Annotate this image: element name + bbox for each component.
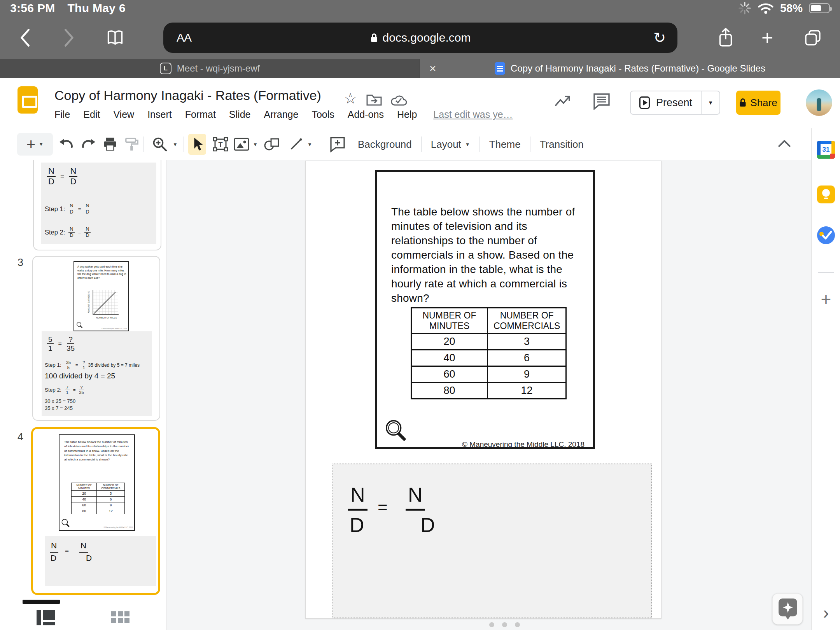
tab-overview-button[interactable] bbox=[803, 28, 822, 47]
print-button[interactable] bbox=[103, 137, 117, 152]
reload-button[interactable]: ↻ bbox=[653, 29, 666, 46]
insert-shape-button[interactable] bbox=[264, 137, 280, 152]
grid-view-button[interactable] bbox=[111, 611, 130, 624]
fraction-bar bbox=[348, 509, 368, 511]
theme-button[interactable]: Theme bbox=[480, 128, 530, 160]
insert-image-button[interactable] bbox=[233, 137, 250, 151]
share-button[interactable]: Share bbox=[736, 91, 780, 115]
menu-help[interactable]: Help bbox=[397, 109, 417, 120]
reader-mode-button[interactable]: AA bbox=[177, 31, 191, 44]
present-label: Present bbox=[656, 97, 692, 109]
slides-header: Copy of Harmony Inagaki - Rates (Formati… bbox=[0, 78, 840, 128]
present-button-group: Present ▼ bbox=[630, 91, 720, 115]
tab-meet[interactable]: L Meet - wqi-yjsm-ewf bbox=[0, 59, 420, 78]
answer-text-box[interactable]: N D = N D bbox=[332, 464, 652, 618]
transition-button[interactable]: Transition bbox=[530, 128, 593, 160]
bookmarks-button[interactable] bbox=[106, 29, 124, 46]
zoom-tool-button[interactable] bbox=[152, 136, 168, 152]
toolbar-separator bbox=[184, 136, 184, 152]
insert-line-button[interactable] bbox=[289, 137, 303, 152]
menu-addons[interactable]: Add-ons bbox=[348, 109, 384, 120]
back-button[interactable] bbox=[19, 28, 31, 47]
slides-favicon bbox=[495, 62, 505, 75]
close-tab-icon[interactable]: × bbox=[429, 63, 436, 74]
select-tool-button[interactable] bbox=[188, 134, 206, 155]
menu-bar: File Edit View Insert Format Slide Arran… bbox=[54, 109, 513, 120]
slide-2-thumbnail[interactable]: ND = ND Step 1: ND = ND Step 2: ND = bbox=[33, 160, 161, 250]
insert-comment-button[interactable] bbox=[329, 136, 346, 152]
share-lock-icon bbox=[739, 98, 746, 107]
google-slides-logo[interactable] bbox=[18, 86, 38, 114]
paint-format-button[interactable] bbox=[124, 137, 139, 152]
table-row: 609 bbox=[411, 366, 566, 383]
explore-bubble bbox=[779, 598, 797, 616]
new-tab-button[interactable]: + bbox=[761, 26, 773, 49]
star-icon[interactable]: ☆ bbox=[344, 91, 357, 106]
table-row: 203 bbox=[411, 334, 566, 350]
hide-rail-button[interactable]: › bbox=[812, 604, 840, 621]
document-title[interactable]: Copy of Harmony Inagaki - Rates (Formati… bbox=[54, 88, 321, 103]
new-slide-button[interactable]: + ▼ bbox=[17, 133, 53, 156]
present-button[interactable]: Present bbox=[631, 91, 701, 114]
tasks-icon bbox=[817, 226, 835, 244]
image-caret-icon[interactable]: ▼ bbox=[253, 141, 258, 147]
filmstrip-view-button[interactable] bbox=[37, 610, 55, 625]
forward-button[interactable] bbox=[63, 28, 75, 47]
step-label: Step 2: bbox=[45, 229, 65, 236]
menu-file[interactable]: File bbox=[54, 109, 70, 120]
slide-3-graph: AMOUNT EARNED ($) NUMBER OF MILES bbox=[84, 286, 122, 323]
menu-tools[interactable]: Tools bbox=[312, 109, 334, 120]
menu-arrange[interactable]: Arrange bbox=[264, 109, 298, 120]
line-caret-icon[interactable]: ▼ bbox=[307, 141, 312, 147]
fraction-bar bbox=[406, 509, 425, 511]
current-slide[interactable]: The table below shows the number of minu… bbox=[305, 161, 662, 619]
slide-4-answer-box: N D = N D bbox=[45, 536, 156, 586]
col-header-commercials: NUMBER OF COMMERCIALS bbox=[488, 308, 566, 334]
menu-edit[interactable]: Edit bbox=[83, 109, 100, 120]
slide-3-copyright: © Maneuvering the Middle LLC, 2018 bbox=[101, 327, 127, 329]
redo-button[interactable] bbox=[81, 136, 96, 152]
keep-app-button[interactable] bbox=[817, 186, 835, 203]
status-date: Thu May 6 bbox=[67, 2, 125, 15]
menu-view[interactable]: View bbox=[113, 109, 134, 120]
collapse-toolbar-button[interactable] bbox=[778, 139, 791, 148]
slide-3-thumbnail[interactable]: A dog walker gets paid each time she wal… bbox=[32, 256, 160, 421]
zoom-caret-icon[interactable]: ▼ bbox=[173, 141, 178, 147]
slide-4-question: The table below shows the number of minu… bbox=[64, 440, 131, 462]
menu-format[interactable]: Format bbox=[185, 109, 216, 120]
worksheet-image[interactable]: The table below shows the number of minu… bbox=[375, 170, 595, 449]
menu-insert[interactable]: Insert bbox=[147, 109, 172, 120]
slide-4-worksheet: The table below shows the number of minu… bbox=[59, 434, 135, 531]
tab-slides[interactable]: × Copy of Harmony Inagaki - Rates (Forma… bbox=[420, 59, 840, 78]
layout-button[interactable]: Layout▼ bbox=[422, 128, 480, 160]
slide-4-thumbnail-selected[interactable]: The table below shows the number of minu… bbox=[31, 427, 160, 595]
network-spinner-icon bbox=[738, 2, 751, 15]
tasks-app-button[interactable] bbox=[817, 226, 835, 244]
avatar[interactable] bbox=[806, 89, 832, 116]
activity-icon[interactable] bbox=[554, 93, 572, 109]
address-bar[interactable]: AA docs.google.com ↻ bbox=[163, 23, 677, 53]
ipad-screen: 3:56 PM Thu May 6 bbox=[0, 0, 840, 630]
cloud-status-icon[interactable] bbox=[390, 94, 408, 107]
comment-history-icon[interactable] bbox=[593, 93, 611, 110]
explore-button[interactable] bbox=[772, 593, 803, 625]
google-side-rail: 31 + › bbox=[811, 128, 840, 630]
new-slide-caret-icon[interactable]: ▼ bbox=[38, 141, 44, 147]
calendar-app-button[interactable]: 31 bbox=[817, 141, 835, 159]
undo-button[interactable] bbox=[58, 136, 74, 152]
present-dropdown[interactable]: ▼ bbox=[701, 91, 719, 114]
menu-slide[interactable]: Slide bbox=[229, 109, 251, 120]
magnifier-icon bbox=[76, 322, 83, 329]
rail-divider bbox=[818, 272, 834, 273]
toolbar-separator bbox=[143, 136, 144, 152]
slides-toolbar: + ▼ ▼ T ▼ bbox=[0, 128, 811, 160]
text-box-button[interactable]: T bbox=[212, 136, 229, 152]
table-row: 8012 bbox=[411, 383, 566, 399]
background-button[interactable]: Background bbox=[348, 128, 421, 160]
question-text: The table below shows the number of minu… bbox=[391, 205, 586, 305]
tab-meet-label: Meet - wqi-yjsm-ewf bbox=[177, 63, 260, 74]
move-folder-icon[interactable] bbox=[366, 93, 382, 106]
add-addon-button[interactable]: + bbox=[812, 289, 840, 310]
last-edit-link[interactable]: Last edit was ye… bbox=[433, 109, 513, 120]
share-sheet-button[interactable] bbox=[718, 27, 734, 48]
